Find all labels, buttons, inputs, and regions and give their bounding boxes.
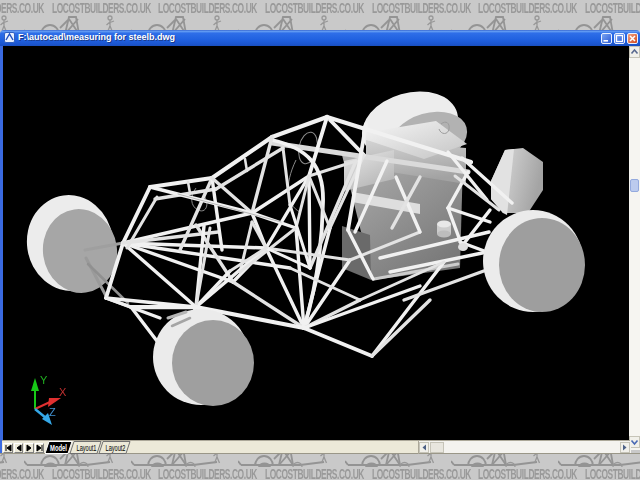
svg-text:Z: Z: [49, 406, 56, 418]
svg-text:Layout1: Layout1: [77, 443, 97, 453]
svg-text:Y: Y: [40, 374, 48, 386]
svg-text:Model: Model: [50, 443, 67, 453]
svg-text:X: X: [59, 386, 67, 398]
svg-text:Layout2: Layout2: [106, 443, 126, 453]
